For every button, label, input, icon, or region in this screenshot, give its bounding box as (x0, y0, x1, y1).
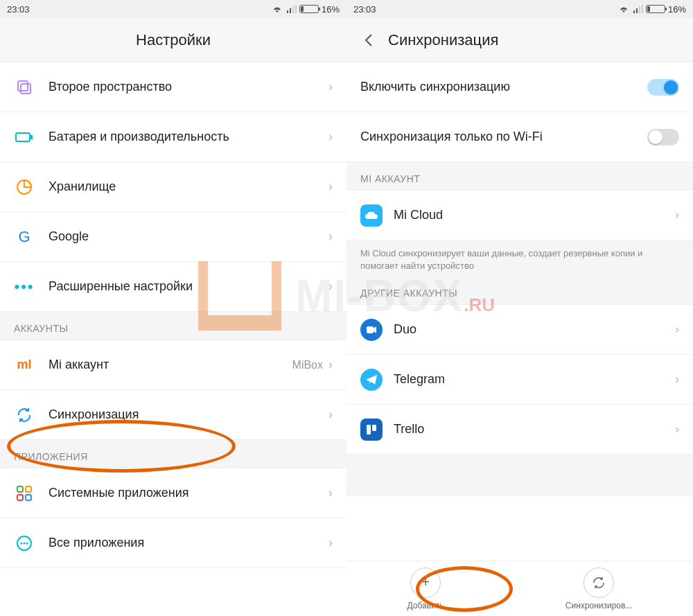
more-icon: ••• (14, 278, 34, 296)
row-label: Trello (394, 421, 675, 437)
toggle-wifi-only[interactable] (647, 129, 679, 146)
battery-icon (299, 5, 319, 13)
row-system-apps[interactable]: Системные приложения › (0, 468, 346, 518)
svg-rect-6 (16, 133, 30, 141)
storage-icon (16, 179, 33, 195)
battery-percent: 16% (668, 4, 686, 15)
sync-now-button[interactable]: Синхронизиров... (565, 567, 633, 610)
section-accounts: АККАУНТЫ (0, 312, 346, 340)
svg-rect-11 (17, 495, 23, 500)
mi-cloud-icon (360, 204, 383, 227)
row-label: Синхронизация (49, 407, 328, 423)
chevron-right-icon: › (675, 322, 679, 337)
row-label: Duo (394, 322, 675, 337)
add-account-button[interactable]: + Добавить (407, 567, 444, 610)
row-second-space[interactable]: Второе пространство › (0, 62, 346, 112)
back-button[interactable] (360, 32, 377, 49)
chevron-right-icon: › (328, 179, 333, 194)
svg-rect-5 (21, 84, 30, 94)
row-label: Синхронизация только по Wi-Fi (360, 129, 647, 145)
svg-rect-23 (372, 425, 376, 431)
svg-point-16 (26, 542, 28, 544)
left-screen: 23:03 16% Настройки Второе пространство … (0, 0, 346, 616)
chevron-right-icon: › (328, 486, 333, 500)
mi-cloud-note: Mi Cloud синхронизирует ваши данные, соз… (346, 240, 693, 282)
row-label: Второе пространство (49, 79, 328, 95)
button-label: Синхронизиров... (565, 601, 633, 610)
svg-rect-10 (26, 486, 31, 492)
row-advanced[interactable]: ••• Расширенные настройки › (0, 262, 346, 312)
row-all-apps[interactable]: Все приложения › (0, 518, 346, 568)
row-label: Хранилище (49, 179, 328, 195)
svg-rect-19 (639, 6, 640, 13)
svg-point-14 (21, 542, 23, 544)
mi-icon: ml (17, 358, 31, 372)
status-bar: 23:03 16% (346, 0, 693, 18)
plus-icon: + (410, 567, 441, 598)
chevron-right-icon: › (675, 208, 679, 222)
chevron-right-icon: › (328, 536, 333, 550)
signal-icon (633, 5, 643, 13)
all-apps-icon (16, 535, 33, 552)
svg-rect-17 (633, 10, 635, 13)
svg-rect-21 (367, 326, 374, 333)
battery-icon (646, 5, 665, 13)
svg-rect-9 (17, 486, 23, 492)
battery-row-icon (15, 132, 33, 143)
second-space-icon (16, 79, 33, 96)
row-duo[interactable]: Duo › (346, 305, 693, 355)
row-sync[interactable]: Синхронизация › (0, 390, 346, 440)
status-time: 23:03 (353, 4, 376, 15)
row-mi-account[interactable]: ml Mi аккаунт MiBox › (0, 340, 346, 390)
system-apps-icon (17, 486, 32, 501)
status-time: 23:03 (7, 4, 30, 15)
chevron-right-icon: › (328, 358, 333, 372)
svg-rect-20 (642, 5, 643, 13)
row-google[interactable]: G Google › (0, 212, 346, 262)
svg-point-15 (24, 542, 26, 544)
wifi-icon (618, 5, 629, 13)
chevron-right-icon: › (328, 407, 333, 422)
svg-rect-1 (290, 8, 291, 13)
wifi-icon (272, 5, 283, 13)
svg-rect-18 (636, 8, 638, 13)
bottom-bar: + Добавить Синхронизиров... (346, 561, 693, 616)
row-label: Telegram (394, 371, 675, 387)
settings-header: Настройки (0, 18, 346, 62)
sync-content: Включить синхронизацию Синхронизация тол… (346, 62, 693, 561)
row-trello[interactable]: Trello › (346, 405, 693, 455)
row-battery[interactable]: Батарея и производительность › (0, 112, 346, 162)
row-label: Google (49, 229, 328, 245)
sync-icon (16, 407, 33, 423)
row-label: Все приложения (49, 535, 328, 551)
row-wifi-only[interactable]: Синхронизация только по Wi-Fi (346, 112, 693, 162)
chevron-right-icon: › (675, 372, 679, 387)
svg-rect-22 (367, 425, 371, 434)
row-label: Mi Cloud (394, 207, 675, 223)
row-label: Mi аккаунт (49, 357, 292, 373)
row-mi-cloud[interactable]: Mi Cloud › (346, 191, 693, 240)
status-bar: 23:03 16% (0, 0, 346, 18)
row-label: Системные приложения (49, 485, 328, 501)
svg-rect-0 (287, 10, 288, 13)
svg-rect-4 (18, 81, 28, 91)
section-apps: ПРИЛОЖЕНИЯ (0, 440, 346, 468)
chevron-right-icon: › (328, 80, 333, 94)
toggle-enable-sync[interactable] (647, 79, 679, 96)
google-icon: G (18, 228, 30, 246)
trello-icon (360, 419, 383, 441)
row-telegram[interactable]: Telegram › (346, 355, 693, 405)
chevron-right-icon: › (328, 229, 333, 244)
section-other-accounts: ДРУГИЕ АККАУНТЫ (346, 282, 693, 305)
row-storage[interactable]: Хранилище › (0, 162, 346, 212)
page-title: Синхронизация (388, 31, 498, 49)
signal-icon (287, 5, 297, 13)
button-label: Добавить (407, 601, 444, 610)
chevron-right-icon: › (675, 422, 679, 437)
chevron-right-icon: › (328, 279, 333, 294)
page-title: Настройки (136, 31, 211, 49)
row-label: Батарея и производительность (49, 129, 328, 145)
row-enable-sync[interactable]: Включить синхронизацию (346, 62, 693, 112)
svg-rect-12 (26, 495, 31, 500)
row-label: Расширенные настройки (49, 279, 328, 294)
